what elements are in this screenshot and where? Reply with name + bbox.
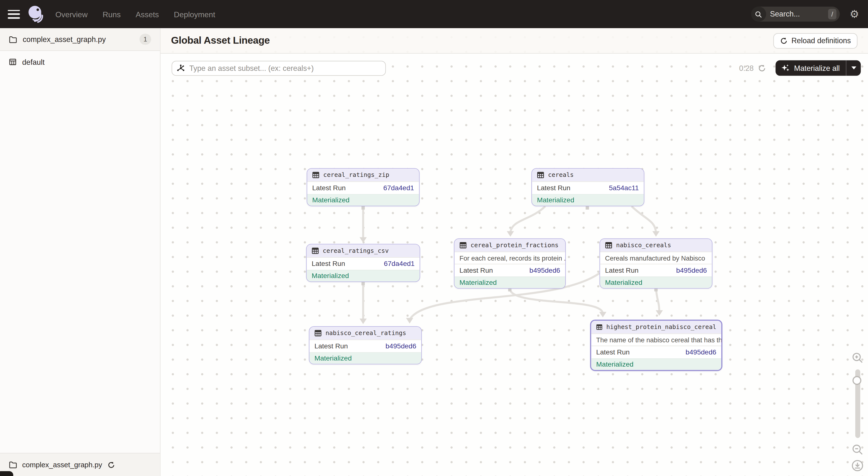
materialize-all-label: Materialize all [794,64,840,72]
asset-graph-icon [177,64,185,74]
asset-node-cereal-ratings-zip[interactable]: cereal_ratings_zip Latest Run67da4ed1 Ma… [307,168,420,206]
top-nav: Overview Runs Assets Deployment Search..… [0,0,868,28]
asset-filter-input[interactable] [172,61,386,76]
zoom-slider-thumb[interactable] [852,376,861,385]
edge-port [361,282,365,285]
edge-port [586,206,589,210]
node-header: nabisco_cereals [600,239,712,251]
zoom-in-button[interactable] [851,352,864,364]
nav-item-runs[interactable]: Runs [102,10,121,19]
run-id-link[interactable]: b495ded6 [385,342,416,350]
asset-description: Cereals manufactured by Nabisco [600,251,712,264]
nav-item-assets[interactable]: Assets [136,10,159,19]
asset-name: nabisco_cereal_ratings [326,330,406,337]
node-header: cereal_protein_fractions [455,239,565,251]
node-header: cereal_ratings_csv [307,244,420,257]
node-header: highest_protein_nabisco_cereal [591,321,721,333]
run-id-link[interactable]: b495ded6 [686,348,716,356]
main-panel: Global Asset Lineage Reload definitions [160,28,868,476]
group-label: default [22,58,44,66]
reload-icon [780,37,787,45]
search-button[interactable]: Search... / [751,6,840,22]
run-id-link[interactable]: b495ded6 [676,267,707,274]
topnav-right: Search... / ⚙ [751,6,859,22]
asset-node-nabisco-cereal-ratings[interactable]: nabisco_cereal_ratings Latest Runb495ded… [309,326,422,364]
edge-protein-to-highest [510,289,603,314]
latest-run-label: Latest Run [314,342,348,350]
edge-port [361,206,365,210]
materialize-all-main[interactable]: Materialize all [776,60,846,76]
code-location-label: complex_asset_graph.py [23,35,106,43]
search-shortcut-badge: / [828,9,836,19]
sparkle-icon [781,64,790,72]
footer-location-label: complex_asset_graph.py [22,461,102,469]
nav-item-deployment[interactable]: Deployment [174,10,215,19]
table-icon [312,172,320,179]
sidebar: complex_asset_graph.py 1 default complex… [0,28,160,476]
zoom-slider[interactable] [855,370,860,438]
folder-icon [9,461,17,469]
materialize-dropdown-button[interactable] [846,60,861,76]
asset-name: cereal_ratings_csv [323,247,389,254]
latest-run-label: Latest Run [312,184,346,192]
run-id-link[interactable]: 67da4ed1 [383,184,414,192]
table-icon [314,330,322,337]
asset-name: nabisco_cereals [616,242,671,249]
download-image-button[interactable] [851,459,864,472]
table-icon [605,242,612,249]
asset-node-cereal-protein-fractions[interactable]: cereal_protein_fractions For each cereal… [454,238,566,288]
table-icon [537,172,544,179]
run-id-link[interactable]: 67da4ed1 [384,260,414,268]
asset-description: The name of the nabisco cereal that has … [591,333,721,345]
asset-name: cereal_ratings_zip [323,172,389,179]
asset-count-badge: 1 [140,34,151,45]
asset-name: highest_protein_nabisco_cereal [607,324,716,331]
table-icon [596,324,602,331]
search-icon [751,6,766,22]
refresh-icon[interactable] [758,64,766,72]
nav-item-overview[interactable]: Overview [55,10,88,19]
zoom-controls [851,350,864,474]
run-id-link[interactable]: b495ded6 [529,267,560,274]
asset-node-cereal-ratings-csv[interactable]: cereal_ratings_csv Latest Run67da4ed1 Ma… [306,244,420,282]
materialize-all-button[interactable]: Materialize all [776,60,861,76]
latest-run-label: Latest Run [312,260,345,268]
status-materialized: Materialized [309,352,421,364]
latest-run-label: Latest Run [537,184,570,192]
run-id-link[interactable]: 5a54ac11 [609,184,639,192]
status-materialized: Materialized [307,270,420,281]
sidebar-group-default[interactable]: default [0,51,160,73]
asset-group-icon [9,58,17,66]
table-icon [312,247,319,254]
folder-icon [9,36,17,43]
asset-filter-wrap [172,61,386,76]
lineage-graph-canvas[interactable]: cereal_ratings_zip Latest Run67da4ed1 Ma… [160,54,868,476]
sidebar-code-location-row[interactable]: complex_asset_graph.py 1 [0,28,160,51]
asset-name: cereals [548,172,574,179]
settings-gear-icon[interactable]: ⚙ [850,9,859,19]
node-header: cereal_ratings_zip [307,169,419,181]
hamburger-menu-icon[interactable] [8,10,20,19]
node-header: cereals [532,169,644,181]
asset-node-nabisco-cereals[interactable]: nabisco_cereals Cereals manufactured by … [599,238,712,288]
latest-run-label: Latest Run [605,267,639,274]
edge-nabisco-to-highest [656,289,659,312]
graph-toolbar: 0:28 Materialize all [172,60,861,76]
reload-location-icon[interactable] [107,461,115,469]
edge-cereals-to-nabisco [632,206,656,233]
latest-run-label: Latest Run [596,348,630,356]
zoom-out-button[interactable] [851,443,864,455]
edge-cereals-to-protein [510,206,546,233]
status-materialized: Materialized [307,194,419,206]
bottom-left-corner-decoration [0,471,13,476]
dagster-logo-icon[interactable] [27,4,46,24]
asset-node-highest-protein-nabisco-cereal[interactable]: highest_protein_nabisco_cereal The name … [590,319,722,371]
asset-node-cereals[interactable]: cereals Latest Run5a54ac11 Materialized [531,168,644,206]
asset-name: cereal_protein_fractions [470,242,558,249]
refresh-timer: 0:28 [739,64,754,72]
primary-nav: Overview Runs Assets Deployment [55,10,215,19]
node-header: nabisco_cereal_ratings [309,327,421,339]
sidebar-footer: complex_asset_graph.py [0,453,160,476]
reload-definitions-button[interactable]: Reload definitions [773,33,857,48]
app-window: Overview Runs Assets Deployment Search..… [0,0,868,476]
